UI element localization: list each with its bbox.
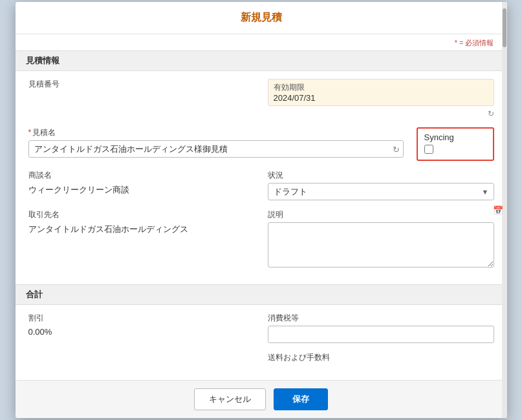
validity-input[interactable]: [274, 93, 490, 103]
modal-header: 新規見積: [16, 2, 507, 34]
modal-dialog: 新規見積 * = 必須情報 見積情報 見積番号 有効期限: [16, 2, 507, 418]
group-tax: 消費税等: [268, 313, 494, 343]
discount-value: 0.00%: [28, 326, 255, 338]
validity-date-group: 有効期限 📅: [268, 79, 494, 106]
tax-input[interactable]: [268, 326, 494, 343]
calendar-icon[interactable]: 📅: [493, 205, 503, 215]
account-value: アンタイトルドガス石油ホールディングス: [28, 222, 255, 236]
section-info-header: 見積情報: [16, 50, 507, 71]
shipping-label: 送料および手数料: [268, 352, 494, 363]
required-note-text: * = 必須情報: [455, 39, 494, 47]
row-quote-number-validity: 見積番号 有効期限 📅 ↻: [28, 79, 494, 118]
section-total-header: 合計: [16, 284, 507, 305]
status-select-wrap: ドラフト 承認済み 却下 提示済み 受注 失注 ▼: [268, 183, 494, 200]
form-total-body: 割引 0.00% 消費税等 送料および手数料: [16, 305, 507, 380]
group-quote-number: 見積番号: [28, 79, 255, 118]
group-syncing: Syncing: [417, 127, 494, 161]
description-label: 説明: [268, 209, 494, 220]
row-account-description: 取引先名 アンタイトルドガス石油ホールディングス 説明: [28, 209, 494, 268]
group-status: 状況 ドラフト 承認済み 却下 提示済み 受注 失注 ▼: [268, 170, 494, 200]
syncing-label: Syncing: [424, 132, 486, 142]
group-opportunity: 商談名 ウィークリークリーン商談: [28, 170, 255, 200]
syncing-checkbox[interactable]: [424, 145, 433, 154]
account-label: 取引先名: [28, 209, 255, 220]
quote-name-label: 見積名: [28, 127, 404, 138]
quote-name-reset-icon[interactable]: ↻: [393, 144, 400, 154]
modal-footer: キャンセル 保存: [16, 380, 507, 418]
quote-name-input[interactable]: [28, 140, 404, 158]
group-quote-name: 見積名 ↻: [28, 127, 404, 161]
validity-reset-icon[interactable]: ↻: [488, 109, 494, 118]
discount-label: 割引: [28, 313, 255, 324]
save-button[interactable]: 保存: [274, 388, 328, 410]
group-description: 説明: [268, 209, 494, 268]
tax-label: 消費税等: [268, 313, 494, 324]
scrollbar-thumb[interactable]: [503, 8, 506, 47]
validity-label: 有効期限: [268, 79, 494, 93]
quote-number-label: 見積番号: [28, 79, 255, 90]
opportunity-value: ウィークリークリーン商談: [28, 183, 255, 197]
modal-overlay: 新規見積 * = 必須情報 見積情報 見積番号 有効期限: [0, 0, 522, 420]
tax-input-wrap: [268, 326, 494, 343]
row-quote-name-syncing: 見積名 ↻ Syncing: [28, 127, 494, 161]
modal-title: 新規見積: [241, 12, 282, 23]
status-select[interactable]: ドラフト 承認済み 却下 提示済み 受注 失注: [268, 183, 494, 200]
quote-name-input-wrap: ↻: [28, 140, 404, 158]
group-shipping-empty: [28, 352, 255, 363]
quote-number-value: [28, 92, 255, 94]
group-account: 取引先名 アンタイトルドガス石油ホールディングス: [28, 209, 255, 268]
group-validity: 有効期限 📅 ↻: [268, 79, 494, 118]
form-info-body: 見積番号 有効期限 📅 ↻: [16, 71, 507, 284]
row-shipping: 送料および手数料: [28, 352, 494, 363]
required-note: * = 必須情報: [16, 34, 507, 50]
cancel-button[interactable]: キャンセル: [194, 388, 266, 410]
group-discount: 割引 0.00%: [28, 313, 255, 343]
row-opportunity-status: 商談名 ウィークリークリーン商談 状況 ドラフト 承認済み 却下 提示済み 受注…: [28, 170, 494, 200]
opportunity-label: 商談名: [28, 170, 255, 181]
row-discount-tax: 割引 0.00% 消費税等: [28, 313, 494, 343]
validity-input-wrap: 📅: [268, 93, 494, 105]
syncing-box: Syncing: [417, 127, 494, 161]
group-shipping: 送料および手数料: [268, 352, 494, 363]
description-textarea[interactable]: [268, 222, 494, 268]
status-label: 状況: [268, 170, 494, 181]
